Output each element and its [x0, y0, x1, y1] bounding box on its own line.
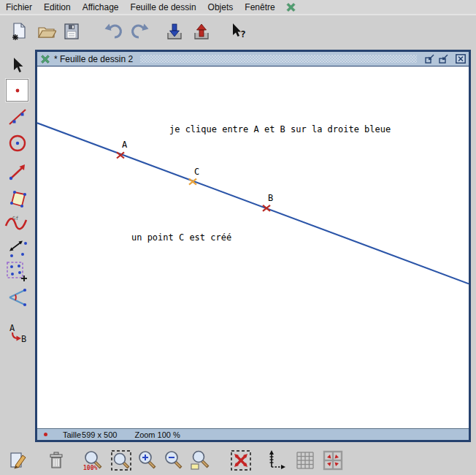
- polygon-icon: [7, 188, 28, 210]
- open-file-button[interactable]: [36, 20, 58, 42]
- undo-button[interactable]: [103, 20, 125, 42]
- crossed-arrows-box-button[interactable]: [230, 449, 252, 471]
- zoom-selection-button[interactable]: [110, 449, 132, 471]
- delete-button[interactable]: [45, 449, 67, 471]
- vector-arrow-icon: [7, 162, 28, 182]
- edit-sheet-button[interactable]: [7, 449, 29, 471]
- window-restore-button[interactable]: [438, 54, 448, 64]
- svg-text:B: B: [21, 334, 26, 344]
- rename-a-b-icon: A B: [7, 322, 28, 345]
- help-cursor-icon: ?: [229, 22, 247, 41]
- menu-fichier[interactable]: Fichier: [0, 1, 38, 14]
- import-button[interactable]: [164, 20, 185, 42]
- drawing-sheet-window: * Feuille de dessin 2 ACBje cli: [35, 50, 471, 442]
- point-label-B: B: [268, 193, 273, 203]
- magnifier-window-icon: [189, 449, 211, 471]
- open-folder-icon: [37, 22, 56, 41]
- application-root: { "menu_bar": { "items": ["Fichier", "Ed…: [0, 0, 476, 475]
- vector-tool[interactable]: [6, 160, 29, 183]
- status-red-dot-icon: [44, 433, 47, 436]
- geometry-figure: ACBje clique entre A et B sur la droite …: [37, 66, 469, 428]
- angle-tool[interactable]: [6, 286, 29, 309]
- curve-icon: Gf: [4, 213, 28, 234]
- window-logo-green-x-icon: [40, 54, 50, 64]
- point-label-A: A: [122, 140, 128, 150]
- angle-icon: [7, 286, 28, 308]
- window-statusbar: Taille 599 x 500 Zoom 100 %: [37, 428, 469, 440]
- window-title: * Feuille de dessin 2: [54, 54, 133, 64]
- window-close-button[interactable]: [456, 54, 466, 64]
- dashed-selection-icon: [4, 259, 28, 283]
- menu-objets[interactable]: Objets: [202, 1, 239, 14]
- circle-icon: [7, 132, 28, 154]
- line-tool[interactable]: [6, 105, 29, 129]
- canvas-annotation-1: je clique entre A et B sur la droite ble…: [169, 124, 391, 134]
- function-curve-tool[interactable]: Gf: [4, 212, 28, 235]
- blue-line[interactable]: [37, 123, 469, 284]
- menu-bar: Fichier Edition Affichage Feuille de des…: [0, 0, 476, 15]
- red-cross-dashed-box-icon: [230, 449, 252, 471]
- undo-arrow-icon: [104, 22, 123, 41]
- svg-text:?: ?: [240, 28, 246, 39]
- window-minimize-button[interactable]: [424, 54, 434, 64]
- save-floppy-icon: [62, 22, 81, 41]
- arrow-down-tray-icon: [165, 22, 184, 41]
- menu-edition[interactable]: Edition: [38, 1, 77, 14]
- titlebar-texture: [140, 55, 417, 63]
- menu-feuille-de-dessin[interactable]: Feuille de dessin: [125, 1, 202, 14]
- zoom-window-button[interactable]: [189, 449, 211, 471]
- measure-tool[interactable]: [6, 237, 29, 260]
- pointer-arrow-icon: [9, 56, 26, 75]
- status-zoom-value: Zoom 100 %: [134, 430, 180, 439]
- grid-snap-icon: [322, 449, 344, 471]
- app-logo-green-x-icon: [285, 2, 296, 12]
- rename-a-to-b-tool[interactable]: A B: [6, 322, 29, 345]
- new-sheet-icon: [9, 22, 28, 41]
- point-icon: [13, 86, 22, 95]
- axes-icon: [265, 449, 287, 471]
- status-size-label: Taille: [63, 430, 81, 439]
- menu-fenetre[interactable]: Fenêtre: [239, 1, 280, 14]
- magnifier-plus-icon: [137, 449, 158, 471]
- canvas-annotation-2: un point C est créé: [131, 232, 231, 243]
- line-icon: [7, 107, 28, 127]
- magnifier-selection-icon: [110, 449, 132, 471]
- top-toolbar: ?: [0, 17, 476, 48]
- point-tool[interactable]: [6, 79, 28, 102]
- redo-arrow-icon: [130, 22, 149, 41]
- export-button[interactable]: [191, 20, 212, 42]
- measure-arrow-icon: [7, 238, 28, 259]
- context-help-button[interactable]: ?: [227, 20, 249, 42]
- bottom-toolbar: 100%: [0, 447, 476, 475]
- snap-to-grid-button[interactable]: [322, 449, 344, 471]
- redo-button[interactable]: [128, 20, 150, 42]
- page-pencil-icon: [8, 450, 28, 471]
- polygon-tool[interactable]: [6, 187, 29, 210]
- menu-affichage[interactable]: Affichage: [77, 1, 125, 14]
- grid-icon: [294, 449, 316, 471]
- save-file-button[interactable]: [61, 20, 82, 42]
- show-grid-button[interactable]: [294, 449, 316, 471]
- svg-text:100%: 100%: [83, 465, 97, 471]
- magnifier-100-icon: 100%: [82, 449, 104, 471]
- zoom-100-button[interactable]: 100%: [82, 449, 104, 471]
- arrow-up-tray-icon: [192, 22, 211, 41]
- circle-tool[interactable]: [6, 132, 29, 155]
- status-size-value: 599 x 500: [82, 430, 117, 439]
- drawing-canvas[interactable]: ACBje clique entre A et B sur la droite …: [37, 66, 469, 428]
- select-region-tool[interactable]: [4, 259, 28, 283]
- magnifier-minus-icon: [163, 449, 185, 471]
- zoom-out-button[interactable]: [163, 449, 185, 471]
- trash-icon: [46, 450, 66, 471]
- pointer-select-tool[interactable]: [6, 54, 29, 77]
- point-label-C: C: [194, 167, 199, 177]
- show-axes-button[interactable]: [265, 449, 287, 471]
- window-titlebar[interactable]: * Feuille de dessin 2: [37, 52, 469, 66]
- new-sheet-button[interactable]: [8, 20, 30, 42]
- zoom-in-button[interactable]: [137, 449, 158, 471]
- svg-text:A: A: [9, 323, 15, 333]
